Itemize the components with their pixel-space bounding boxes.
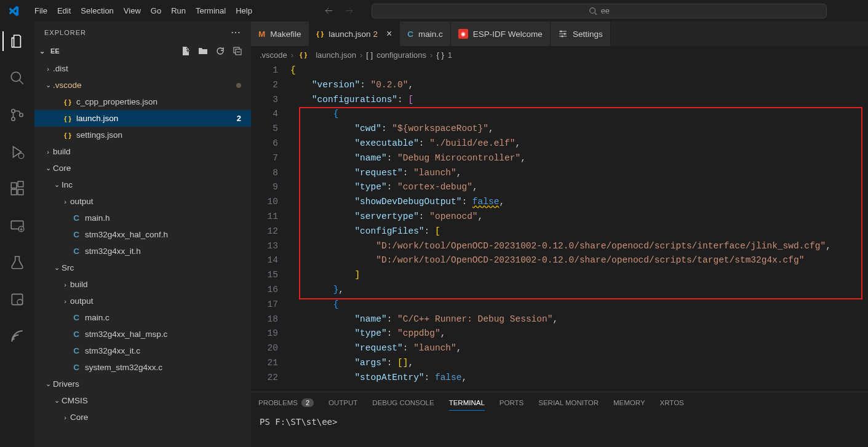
activity-scm-icon[interactable] (2, 100, 32, 130)
main-content: EXPLORER ⋯ ⌄ EE ›.dist⌄.vscode{ }c_cpp_p… (0, 22, 868, 447)
activity-testing-icon[interactable] (2, 248, 32, 277)
chevron-right-icon: › (291, 50, 293, 60)
file-item[interactable]: { }settings.json (34, 127, 251, 143)
new-folder-icon[interactable] (198, 46, 208, 56)
file-item[interactable]: Cstm32g4xx_hal_msp.c (34, 326, 251, 342)
file-tree: ›.dist⌄.vscode{ }c_cpp_properties.json{ … (34, 59, 251, 447)
panel-tab-output[interactable]: OUTPUT (328, 395, 357, 410)
panel-tab-debug-console[interactable]: DEBUG CONSOLE (372, 395, 434, 410)
activity-remote-icon[interactable] (2, 211, 32, 240)
tree-label: .vscode (53, 81, 82, 90)
svg-rect-10 (11, 189, 17, 195)
collapse-icon[interactable] (233, 46, 242, 56)
tree-label: Core (53, 164, 71, 173)
file-item[interactable]: { }launch.json2 (34, 110, 251, 127)
breadcrumb[interactable]: .vscode › { } launch.json › [ ] configur… (251, 46, 868, 63)
folder-item[interactable]: ›Core (34, 409, 251, 425)
code-line: "D:/work/tool/OpenOCD-20231002-0.12.0/sh… (290, 239, 868, 254)
chevron-right-icon: › (43, 148, 53, 156)
activity-esp-icon[interactable] (2, 322, 32, 351)
close-icon[interactable]: × (386, 28, 392, 39)
terminal-output[interactable]: PS F:\ST\st\ee> (251, 413, 868, 447)
file-item[interactable]: Cstm32g4xx_it.c (34, 342, 251, 359)
file-item[interactable]: Cmain.h (34, 210, 251, 226)
activity-extensions-icon[interactable] (2, 174, 32, 204)
tab-main-c[interactable]: Cmain.c (400, 22, 451, 46)
chevron-down-icon: ⌄ (52, 397, 62, 405)
menu-go[interactable]: Go (146, 4, 166, 18)
menu-view[interactable]: View (119, 4, 146, 18)
activity-explorer-icon[interactable] (2, 26, 32, 56)
folder-item[interactable]: ⌄Drivers (34, 376, 251, 392)
code-line: "version": "0.2.0", (290, 78, 868, 93)
refresh-icon[interactable] (215, 46, 225, 56)
activity-debug-icon[interactable] (2, 137, 32, 167)
activity-search-icon[interactable] (2, 63, 32, 93)
chevron-right-icon: › (43, 65, 53, 73)
object-icon: { } (436, 50, 444, 60)
folder-item[interactable]: ›.dist (34, 60, 251, 77)
activity-cmake-icon[interactable] (2, 285, 32, 314)
folder-item[interactable]: ⌄CMSIS (34, 392, 251, 409)
file-item[interactable]: Cmain.c (34, 309, 251, 326)
folder-item[interactable]: ›build (34, 143, 251, 160)
tab-settings[interactable]: Settings (551, 22, 611, 46)
line-number: 13 (251, 239, 278, 254)
sidebar-section-label: EE (50, 47, 60, 55)
chevron-down-icon: ⌄ (52, 181, 62, 189)
svg-rect-12 (18, 181, 23, 187)
breadcrumb-seg: launch.json (316, 50, 356, 60)
breadcrumb-seg: 1 (448, 50, 452, 60)
tab-esp-idf-welcome[interactable]: ◉ESP-IDF Welcome (451, 22, 551, 46)
tab-launch-json[interactable]: { }launch.json2× (309, 22, 400, 46)
menu-help[interactable]: Help (231, 4, 257, 18)
folder-item[interactable]: ›build (34, 276, 251, 293)
line-number: 6 (251, 136, 278, 151)
json-icon: { } (62, 115, 74, 122)
menu-terminal[interactable]: Terminal (191, 4, 231, 18)
sidebar-section-header[interactable]: ⌄ EE (34, 43, 251, 59)
folder-item[interactable]: ⌄Inc (34, 176, 251, 193)
c-icon: C (70, 313, 82, 322)
search-input[interactable]: ee (372, 4, 827, 18)
file-item[interactable]: Csystem_stm32g4xx.c (34, 359, 251, 376)
sidebar-more-icon[interactable]: ⋯ (231, 26, 241, 38)
menu-run[interactable]: Run (166, 4, 191, 18)
code-line: "configurations": [ (290, 93, 868, 108)
file-item[interactable]: Cstm32g4xx_hal_conf.h (34, 226, 251, 243)
svg-point-20 (560, 31, 562, 33)
tab-modified-suffix: 2 (373, 30, 378, 39)
code-editor[interactable]: 12345678910111213141516171819202122 { "v… (251, 63, 868, 392)
tree-label: Src (62, 263, 74, 272)
folder-item[interactable]: ›output (34, 193, 251, 210)
nav-forward-icon[interactable]: 🡢 (341, 5, 357, 17)
panel-tab-xrtos[interactable]: XRTOS (660, 395, 684, 410)
nav-back-icon[interactable]: 🡠 (321, 5, 336, 17)
code-line: "showDevDebugOutput": false, (290, 195, 868, 210)
menu-edit[interactable]: Edit (52, 4, 76, 18)
chevron-down-icon: ⌄ (43, 380, 53, 388)
panel-tab-ports[interactable]: PORTS (500, 395, 524, 410)
folder-item[interactable]: ⌄Core (34, 160, 251, 176)
panel-tab-serial-monitor[interactable]: SERIAL MONITOR (538, 395, 599, 410)
file-item[interactable]: Cstm32g4xx_it.h (34, 243, 251, 259)
vscode-logo-icon (5, 2, 22, 20)
terminal-prompt: PS F:\ST\st\ee> (260, 417, 337, 427)
chevron-right-icon: › (60, 198, 70, 205)
menu-file[interactable]: File (30, 4, 52, 18)
panel-tab-terminal[interactable]: TERMINAL (449, 395, 485, 411)
folder-item[interactable]: ⌄.vscode (34, 77, 251, 93)
tab-makefile[interactable]: MMakefile (251, 22, 309, 46)
menu-selection[interactable]: Selection (76, 4, 118, 18)
panel-tab-memory[interactable]: MEMORY (613, 395, 645, 410)
line-number: 15 (251, 268, 278, 283)
file-item[interactable]: { }c_cpp_properties.json (34, 93, 251, 110)
new-file-icon[interactable] (181, 46, 191, 56)
count-badge: 2 (301, 398, 314, 407)
folder-item[interactable]: ⌄Src (34, 259, 251, 276)
panel-tab-problems[interactable]: PROBLEMS2 (258, 395, 314, 410)
c-icon: C (70, 213, 82, 223)
line-number: 7 (251, 151, 278, 166)
folder-item[interactable]: ›output (34, 293, 251, 309)
tree-label: system_stm32g4xx.c (85, 363, 162, 372)
